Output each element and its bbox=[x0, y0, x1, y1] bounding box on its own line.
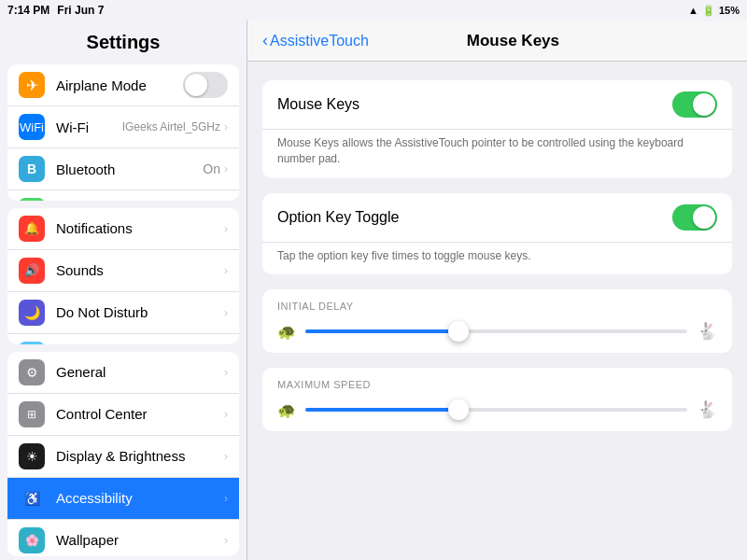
mousekeys-toggle-knob bbox=[693, 93, 715, 116]
turtle-slow-icon: 🐢 bbox=[277, 323, 296, 341]
sidebar-item-wifi[interactable]: WiFi Wi-Fi IGeeks Airtel_5GHz › bbox=[7, 106, 239, 148]
status-left: 7:14 PM Fri Jun 7 bbox=[7, 4, 104, 17]
sidebar-section-3: ⚙ General › ⊞ Control Center › ☀ Display… bbox=[7, 352, 239, 556]
bluetooth-chevron: › bbox=[224, 162, 228, 175]
initialdelay-label: INITIAL DELAY bbox=[277, 301, 717, 312]
sidebar-item-screentime[interactable]: ⏳ Screen Time › bbox=[7, 334, 239, 344]
sidebar-item-notifications[interactable]: 🔔 Notifications › bbox=[7, 208, 239, 250]
status-right: ▲ 🔋 15% bbox=[688, 5, 740, 17]
sidebar-item-wallpaper[interactable]: 🌸 Wallpaper › bbox=[7, 520, 239, 556]
turtle-slow2-icon: 🐢 bbox=[277, 401, 296, 419]
donotdisturb-chevron: › bbox=[224, 306, 228, 319]
status-date: Fri Jun 7 bbox=[57, 4, 104, 17]
sidebar-section-2: 🔔 Notifications › 🔊 Sounds › 🌙 Do Not Di… bbox=[7, 208, 239, 344]
main-layout: Settings ✈ Airplane Mode WiFi Wi-Fi IGee… bbox=[0, 21, 747, 560]
airplane-toggle-knob bbox=[185, 74, 207, 96]
accessibility-label: Accessibility bbox=[56, 490, 224, 506]
back-chevron-icon: ‹ bbox=[262, 31, 268, 50]
rabbit-fast2-icon: 🐇 bbox=[697, 399, 717, 420]
maxspeed-fill bbox=[305, 408, 458, 412]
general-icon: ⚙ bbox=[19, 359, 45, 385]
battery-percent: 15% bbox=[719, 5, 740, 16]
initialdelay-fill bbox=[305, 329, 458, 333]
back-label: AssistiveTouch bbox=[270, 33, 369, 49]
detail-content: Mouse Keys Mouse Keys allows the Assisti… bbox=[247, 62, 747, 450]
cellular-icon: 📡 bbox=[19, 198, 45, 201]
sidebar-title: Settings bbox=[0, 21, 247, 61]
donotdisturb-label: Do Not Disturb bbox=[56, 304, 224, 320]
maxspeed-label: MAXIMUM SPEED bbox=[277, 379, 717, 390]
status-bar: 7:14 PM Fri Jun 7 ▲ 🔋 15% bbox=[0, 0, 747, 21]
brightness-chevron: › bbox=[224, 450, 228, 463]
wallpaper-label: Wallpaper bbox=[56, 532, 224, 548]
controlcenter-icon: ⊞ bbox=[19, 401, 45, 427]
initialdelay-section: INITIAL DELAY 🐢 🐇 bbox=[262, 289, 732, 353]
mousekeys-toggle[interactable] bbox=[672, 91, 717, 118]
sidebar-item-sounds[interactable]: 🔊 Sounds › bbox=[7, 250, 239, 292]
battery-icon: 🔋 bbox=[702, 5, 715, 17]
screentime-icon: ⏳ bbox=[19, 342, 45, 344]
initialdelay-thumb bbox=[448, 321, 469, 342]
airplane-toggle[interactable] bbox=[183, 72, 228, 98]
notifications-label: Notifications bbox=[56, 220, 224, 236]
sidebar-item-donotdisturb[interactable]: 🌙 Do Not Disturb › bbox=[7, 292, 239, 334]
optionkey-description: Tap the option key five times to toggle … bbox=[262, 243, 732, 275]
mousekeys-description: Mouse Keys allows the AssistiveTouch poi… bbox=[262, 130, 732, 178]
notifications-icon: 🔔 bbox=[19, 216, 45, 242]
sounds-chevron: › bbox=[224, 264, 228, 277]
detail-header: ‹ AssistiveTouch Mouse Keys bbox=[247, 21, 747, 62]
sounds-label: Sounds bbox=[56, 262, 224, 278]
sidebar-item-accessibility[interactable]: ♿ Accessibility › bbox=[7, 478, 239, 520]
status-time: 7:14 PM bbox=[7, 4, 49, 17]
accessibility-icon: ♿ bbox=[19, 485, 45, 511]
brightness-icon: ☀ bbox=[19, 443, 45, 469]
sidebar-item-cellular[interactable]: 📡 Cellular Data Off › bbox=[7, 190, 239, 201]
general-chevron: › bbox=[224, 366, 228, 379]
general-label: General bbox=[56, 364, 224, 380]
bluetooth-value: On bbox=[203, 161, 220, 176]
wallpaper-chevron: › bbox=[224, 534, 228, 547]
maxspeed-thumb bbox=[448, 399, 469, 420]
wifi-icon: WiFi bbox=[19, 114, 45, 140]
sidebar-item-brightness[interactable]: ☀ Display & Brightness › bbox=[7, 436, 239, 478]
optionkey-row: Option Key Toggle bbox=[262, 193, 732, 243]
donotdisturb-icon: 🌙 bbox=[19, 300, 45, 326]
mousekeys-row: Mouse Keys bbox=[262, 80, 732, 130]
detail-panel: ‹ AssistiveTouch Mouse Keys Mouse Keys M… bbox=[247, 21, 747, 560]
rabbit-fast-icon: 🐇 bbox=[697, 321, 717, 342]
sidebar: Settings ✈ Airplane Mode WiFi Wi-Fi IGee… bbox=[0, 21, 247, 560]
sidebar-item-bluetooth[interactable]: B Bluetooth On › bbox=[7, 148, 239, 190]
wifi-icon: ▲ bbox=[688, 5, 698, 16]
sounds-icon: 🔊 bbox=[19, 258, 45, 284]
bluetooth-label: Bluetooth bbox=[56, 161, 203, 177]
wifi-value: IGeeks Airtel_5GHz bbox=[122, 120, 220, 133]
detail-title: Mouse Keys bbox=[369, 32, 657, 50]
wifi-label: Wi-Fi bbox=[56, 119, 122, 135]
controlcenter-chevron: › bbox=[224, 408, 228, 421]
wallpaper-icon: 🌸 bbox=[19, 527, 45, 553]
optionkey-toggle[interactable] bbox=[672, 204, 717, 231]
sidebar-item-airplane[interactable]: ✈ Airplane Mode bbox=[7, 64, 239, 106]
wifi-chevron: › bbox=[224, 120, 228, 133]
maxspeed-section: MAXIMUM SPEED 🐢 🐇 bbox=[262, 368, 732, 431]
optionkey-toggle-knob bbox=[693, 206, 715, 229]
sidebar-item-controlcenter[interactable]: ⊞ Control Center › bbox=[7, 394, 239, 436]
sidebar-section-1: ✈ Airplane Mode WiFi Wi-Fi IGeeks Airtel… bbox=[7, 64, 239, 201]
initialdelay-track[interactable] bbox=[305, 329, 687, 333]
airplane-label: Airplane Mode bbox=[56, 77, 183, 93]
mousekeys-label: Mouse Keys bbox=[277, 96, 672, 113]
optionkey-label: Option Key Toggle bbox=[277, 209, 672, 226]
controlcenter-label: Control Center bbox=[56, 406, 224, 422]
optionkey-card: Option Key Toggle Tap the option key fiv… bbox=[262, 193, 732, 275]
maxspeed-track[interactable] bbox=[305, 408, 687, 412]
airplane-icon: ✈ bbox=[19, 72, 45, 98]
maxspeed-row: 🐢 🐇 bbox=[277, 399, 717, 420]
brightness-label: Display & Brightness bbox=[56, 448, 224, 464]
back-button[interactable]: ‹ AssistiveTouch bbox=[262, 31, 369, 50]
sidebar-item-general[interactable]: ⚙ General › bbox=[7, 352, 239, 394]
notifications-chevron: › bbox=[224, 222, 228, 235]
initialdelay-row: 🐢 🐇 bbox=[277, 321, 717, 342]
accessibility-chevron: › bbox=[224, 492, 228, 505]
bluetooth-icon: B bbox=[19, 156, 45, 182]
mousekeys-card: Mouse Keys Mouse Keys allows the Assisti… bbox=[262, 80, 732, 178]
